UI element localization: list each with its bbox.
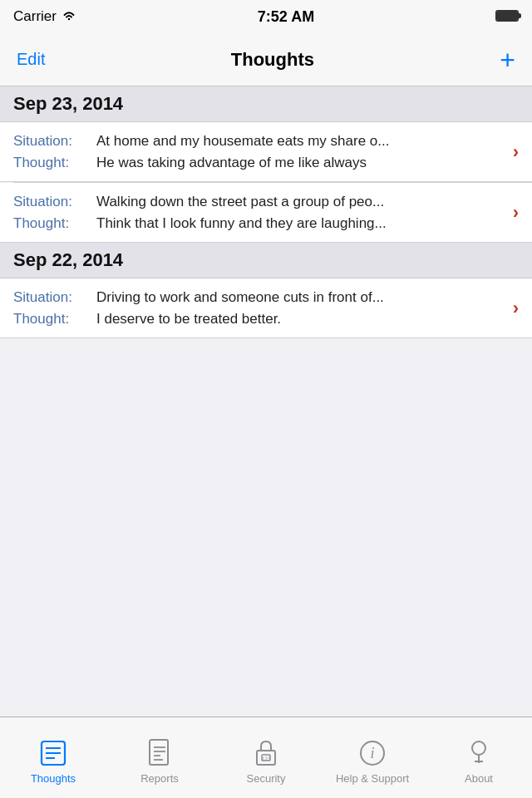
status-bar: Carrier 7:52 AM bbox=[0, 0, 532, 33]
chevron-right-icon: › bbox=[513, 202, 519, 224]
tab-about[interactable]: About bbox=[426, 717, 532, 798]
situation-text: Walking down the street past a group of … bbox=[96, 191, 384, 213]
navigation-bar: Edit Thoughts + bbox=[0, 33, 532, 86]
svg-text:123: 123 bbox=[262, 756, 271, 761]
tab-security[interactable]: 123 Security bbox=[213, 717, 319, 798]
situation-text: At home and my housemate eats my share o… bbox=[96, 131, 389, 152]
svg-text:i: i bbox=[370, 745, 374, 761]
situation-label: Situation: bbox=[13, 131, 96, 152]
content-area: Sep 23, 2014 Situation: At home and my h… bbox=[0, 86, 532, 717]
battery-indicator bbox=[495, 8, 519, 26]
thoughts-icon bbox=[37, 737, 69, 769]
thought-text: I deserve to be treated better. bbox=[96, 308, 281, 330]
security-icon: 123 bbox=[250, 737, 282, 769]
tab-thoughts[interactable]: Thoughts bbox=[0, 717, 106, 798]
carrier-info: Carrier bbox=[13, 8, 76, 25]
reports-icon bbox=[144, 737, 175, 769]
chevron-right-icon: › bbox=[513, 298, 519, 319]
tab-about-label: About bbox=[465, 772, 493, 785]
svg-point-14 bbox=[472, 741, 485, 755]
list-item[interactable]: Situation: Walking down the street past … bbox=[0, 183, 532, 243]
list-item[interactable]: Situation: At home and my housemate eats… bbox=[0, 122, 532, 182]
thought-label: Thought: bbox=[13, 152, 96, 174]
edit-button[interactable]: Edit bbox=[17, 50, 45, 69]
section-header-sep22: Sep 22, 2014 bbox=[0, 243, 532, 278]
add-button[interactable]: + bbox=[500, 47, 515, 73]
tab-help[interactable]: i Help & Support bbox=[319, 717, 426, 798]
tab-bar: Thoughts Reports 123 Security bbox=[0, 717, 532, 798]
list-item[interactable]: Situation: Driving to work and someone c… bbox=[0, 278, 532, 338]
tab-reports[interactable]: Reports bbox=[106, 717, 213, 798]
tab-thoughts-label: Thoughts bbox=[31, 772, 76, 785]
about-icon bbox=[463, 737, 495, 769]
wifi-icon bbox=[62, 10, 76, 24]
page-title: Thoughts bbox=[231, 49, 314, 71]
tab-reports-label: Reports bbox=[140, 772, 179, 785]
status-time: 7:52 AM bbox=[258, 8, 314, 26]
situation-label: Situation: bbox=[13, 287, 96, 308]
carrier-label: Carrier bbox=[13, 8, 57, 25]
situation-text: Driving to work and someone cuts in fron… bbox=[96, 287, 384, 308]
svg-rect-4 bbox=[150, 740, 168, 765]
situation-label: Situation: bbox=[13, 191, 96, 213]
tab-help-label: Help & Support bbox=[336, 772, 409, 785]
section-header-sep23: Sep 23, 2014 bbox=[0, 86, 532, 122]
chevron-right-icon: › bbox=[513, 141, 519, 163]
thought-text: Think that I look funny and they are lau… bbox=[96, 213, 387, 234]
thought-label: Thought: bbox=[13, 213, 96, 234]
tab-security-label: Security bbox=[247, 772, 286, 785]
thought-label: Thought: bbox=[13, 308, 96, 330]
thought-text: He was taking advantage of me like alway… bbox=[96, 152, 367, 174]
help-icon: i bbox=[357, 737, 388, 769]
